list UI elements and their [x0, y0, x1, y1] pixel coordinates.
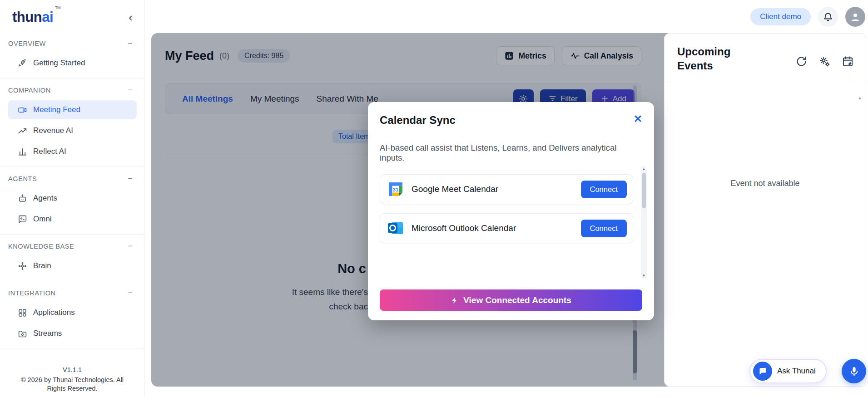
apps-grid-icon: [18, 308, 27, 318]
sidebar-item-label: Reflect AI: [33, 147, 66, 156]
sidebar-section-agents: AGENTS − Agents Omni: [0, 167, 144, 235]
brand-logo-text-right: ai: [42, 9, 53, 25]
sidebar: thunai TM ‹ OVERVIEW − Getting Started C…: [0, 0, 145, 397]
logo-row: thunai TM ‹: [0, 0, 144, 32]
chat-bubble-icon: [753, 362, 772, 381]
modal-header: Calendar Sync ✕: [380, 114, 642, 127]
connect-outlook-button[interactable]: Connect: [581, 220, 627, 237]
events-panel-header: Upcoming Events: [665, 34, 866, 82]
sidebar-item-reflect-ai[interactable]: Reflect AI: [8, 142, 137, 161]
sidebar-item-agents[interactable]: Agents: [8, 189, 137, 208]
section-label: KNOWLEDGE BASE: [8, 243, 74, 250]
section-header-agents: AGENTS −: [0, 167, 144, 187]
rocket-icon: [18, 59, 27, 68]
collapse-section-icon[interactable]: −: [128, 242, 133, 251]
sidebar-item-label: Brain: [33, 261, 51, 270]
sidebar-section-knowledge-base: KNOWLEDGE BASE − Brain: [0, 235, 144, 281]
ask-thunai-label: Ask Thunai: [777, 367, 816, 376]
refresh-icon[interactable]: [795, 55, 808, 68]
section-header-knowledge-base: KNOWLEDGE BASE −: [0, 235, 144, 255]
close-icon[interactable]: ✕: [634, 114, 642, 124]
sidebar-item-label: Streams: [33, 329, 62, 338]
events-panel-title: Upcoming Events: [677, 44, 745, 73]
calendar-sync-icon[interactable]: [842, 55, 854, 68]
folder-gear-icon: [18, 329, 27, 338]
sidebar-item-meeting-feed[interactable]: Meeting Feed: [8, 100, 137, 119]
sidebar-item-brain[interactable]: Brain: [8, 256, 137, 275]
collapse-section-icon[interactable]: −: [128, 39, 133, 48]
trending-up-icon: [18, 126, 27, 136]
collapse-section-icon[interactable]: −: [128, 174, 133, 183]
collapse-section-icon[interactable]: −: [128, 86, 133, 95]
modal-description: AI-based call assist that Listens, Learn…: [380, 143, 642, 163]
sidebar-item-label: Revenue AI: [33, 126, 73, 135]
sidebar-item-revenue-ai[interactable]: Revenue AI: [8, 121, 137, 140]
modal-scrollbar-thumb[interactable]: [642, 173, 646, 208]
svg-text:31: 31: [393, 187, 399, 192]
lightning-bolt-icon: [451, 296, 459, 304]
sidebar-item-applications[interactable]: Applications: [8, 303, 137, 322]
provider-name: Google Meet Calendar: [412, 184, 498, 194]
sidebar-item-label: Getting Started: [33, 59, 85, 68]
chat-contact-icon: [18, 215, 27, 224]
section-header-integration: INTEGRATION −: [0, 281, 144, 301]
modal-title: Calendar Sync: [380, 114, 456, 127]
provider-list: 31 Google Meet Calendar Connect Microsof…: [380, 174, 633, 243]
sidebar-item-label: Agents: [33, 194, 57, 203]
section-header-companion: COMPANION −: [0, 78, 144, 98]
modal-scrollbar[interactable]: ▲ ▼: [641, 166, 647, 279]
sidebar-item-label: Meeting Feed: [33, 105, 80, 114]
person-icon: [849, 11, 861, 23]
section-label: COMPANION: [8, 87, 51, 94]
robot-icon: [18, 194, 27, 203]
connect-google-button[interactable]: Connect: [581, 181, 627, 198]
google-calendar-icon: 31: [387, 180, 405, 198]
sidebar-item-label: Omni: [33, 215, 52, 224]
user-avatar[interactable]: [845, 7, 865, 27]
microphone-button[interactable]: [842, 359, 866, 383]
section-label: INTEGRATION: [8, 289, 56, 297]
settings-gears-icon[interactable]: [818, 55, 831, 68]
brand-logo: thunai TM: [12, 9, 53, 25]
app-version: V1.1.1: [0, 366, 144, 375]
upcoming-events-panel: Upcoming Events ▲ Event not available: [664, 33, 866, 387]
client-demo-badge[interactable]: Client demo: [750, 8, 811, 25]
ask-thunai-button[interactable]: Ask Thunai: [749, 359, 827, 383]
section-header-overview: OVERVIEW −: [0, 32, 144, 52]
topbar: Client demo: [145, 0, 868, 33]
scroll-up-icon[interactable]: ▲: [641, 167, 647, 171]
section-label: OVERVIEW: [8, 40, 46, 47]
panel-scroll-up-icon[interactable]: ▲: [858, 95, 862, 100]
microphone-icon: [848, 366, 860, 377]
copyright-text: © 2026 by Thunai Technologies. All Right…: [15, 376, 129, 393]
app-root: thunai TM ‹ OVERVIEW − Getting Started C…: [0, 0, 868, 397]
trademark-mark: TM: [55, 5, 60, 10]
provider-row-outlook: Microsoft Outlook Calendar Connect: [380, 213, 633, 243]
brain-icon: [18, 261, 27, 271]
bar-chart-icon: [18, 147, 27, 157]
sidebar-section-overview: OVERVIEW − Getting Started: [0, 32, 144, 78]
brand-logo-text-left: thun: [12, 9, 42, 25]
sidebar-collapse-icon[interactable]: ‹: [129, 13, 133, 22]
provider-row-google: 31 Google Meet Calendar Connect: [380, 174, 633, 204]
events-empty-text: Event not available: [665, 179, 866, 188]
collapse-section-icon[interactable]: −: [128, 289, 133, 298]
notifications-button[interactable]: [818, 7, 838, 27]
sidebar-footer: V1.1.1 © 2026 by Thunai Technologies. Al…: [0, 366, 144, 393]
calendar-sync-modal: Calendar Sync ✕ AI-based call assist tha…: [368, 102, 654, 320]
sidebar-item-omni[interactable]: Omni: [8, 210, 137, 229]
scroll-down-icon[interactable]: ▼: [641, 274, 647, 278]
sidebar-item-getting-started[interactable]: Getting Started: [8, 54, 137, 73]
sidebar-section-integration: INTEGRATION − Applications Streams: [0, 281, 144, 349]
view-connected-accounts-button[interactable]: View Connected Accounts: [380, 289, 642, 311]
sidebar-item-streams[interactable]: Streams: [8, 324, 137, 343]
events-panel-actions: [795, 55, 854, 68]
video-camera-icon: [18, 105, 27, 115]
sidebar-section-companion: COMPANION − Meeting Feed Revenue AI Ref: [0, 78, 144, 167]
bell-icon: [823, 11, 833, 22]
section-label: AGENTS: [8, 175, 37, 182]
outlook-icon: [387, 219, 405, 237]
sidebar-item-label: Applications: [33, 308, 75, 317]
provider-name: Microsoft Outlook Calendar: [412, 223, 516, 233]
view-connected-accounts-label: View Connected Accounts: [463, 295, 571, 305]
